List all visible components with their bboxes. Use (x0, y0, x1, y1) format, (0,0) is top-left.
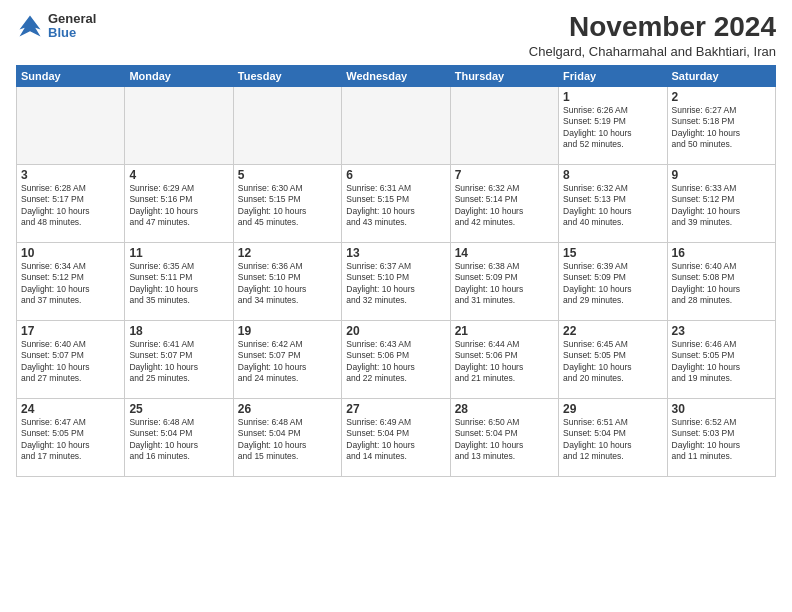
calendar-day-16: 16Sunrise: 6:40 AM Sunset: 5:08 PM Dayli… (667, 242, 775, 320)
calendar-day-10: 10Sunrise: 6:34 AM Sunset: 5:12 PM Dayli… (17, 242, 125, 320)
day-number: 14 (455, 246, 554, 260)
day-info: Sunrise: 6:40 AM Sunset: 5:07 PM Dayligh… (21, 339, 120, 385)
calendar-day-29: 29Sunrise: 6:51 AM Sunset: 5:04 PM Dayli… (559, 398, 667, 476)
day-number: 11 (129, 246, 228, 260)
calendar-header-row: SundayMondayTuesdayWednesdayThursdayFrid… (17, 65, 776, 86)
day-info: Sunrise: 6:37 AM Sunset: 5:10 PM Dayligh… (346, 261, 445, 307)
day-number: 22 (563, 324, 662, 338)
calendar-day-2: 2Sunrise: 6:27 AM Sunset: 5:18 PM Daylig… (667, 86, 775, 164)
header: General Blue November 2024 Chelgard, Cha… (16, 12, 776, 59)
day-number: 20 (346, 324, 445, 338)
calendar-day-18: 18Sunrise: 6:41 AM Sunset: 5:07 PM Dayli… (125, 320, 233, 398)
logo-icon (16, 12, 44, 40)
day-number: 9 (672, 168, 771, 182)
day-info: Sunrise: 6:29 AM Sunset: 5:16 PM Dayligh… (129, 183, 228, 229)
day-info: Sunrise: 6:43 AM Sunset: 5:06 PM Dayligh… (346, 339, 445, 385)
day-info: Sunrise: 6:46 AM Sunset: 5:05 PM Dayligh… (672, 339, 771, 385)
calendar-header-monday: Monday (125, 65, 233, 86)
day-info: Sunrise: 6:40 AM Sunset: 5:08 PM Dayligh… (672, 261, 771, 307)
day-number: 19 (238, 324, 337, 338)
subtitle: Chelgard, Chaharmahal and Bakhtiari, Ira… (529, 44, 776, 59)
day-info: Sunrise: 6:48 AM Sunset: 5:04 PM Dayligh… (129, 417, 228, 463)
calendar-day-21: 21Sunrise: 6:44 AM Sunset: 5:06 PM Dayli… (450, 320, 558, 398)
day-info: Sunrise: 6:39 AM Sunset: 5:09 PM Dayligh… (563, 261, 662, 307)
calendar-empty-cell (233, 86, 341, 164)
day-info: Sunrise: 6:35 AM Sunset: 5:11 PM Dayligh… (129, 261, 228, 307)
day-number: 30 (672, 402, 771, 416)
calendar-table: SundayMondayTuesdayWednesdayThursdayFrid… (16, 65, 776, 477)
logo-general-text: General (48, 12, 96, 26)
day-number: 10 (21, 246, 120, 260)
calendar-day-12: 12Sunrise: 6:36 AM Sunset: 5:10 PM Dayli… (233, 242, 341, 320)
day-number: 8 (563, 168, 662, 182)
day-info: Sunrise: 6:49 AM Sunset: 5:04 PM Dayligh… (346, 417, 445, 463)
day-info: Sunrise: 6:34 AM Sunset: 5:12 PM Dayligh… (21, 261, 120, 307)
day-number: 12 (238, 246, 337, 260)
day-info: Sunrise: 6:28 AM Sunset: 5:17 PM Dayligh… (21, 183, 120, 229)
day-info: Sunrise: 6:32 AM Sunset: 5:13 PM Dayligh… (563, 183, 662, 229)
calendar-week-row: 1Sunrise: 6:26 AM Sunset: 5:19 PM Daylig… (17, 86, 776, 164)
calendar-day-27: 27Sunrise: 6:49 AM Sunset: 5:04 PM Dayli… (342, 398, 450, 476)
calendar-week-row: 10Sunrise: 6:34 AM Sunset: 5:12 PM Dayli… (17, 242, 776, 320)
day-number: 13 (346, 246, 445, 260)
calendar-header-wednesday: Wednesday (342, 65, 450, 86)
day-info: Sunrise: 6:45 AM Sunset: 5:05 PM Dayligh… (563, 339, 662, 385)
day-info: Sunrise: 6:41 AM Sunset: 5:07 PM Dayligh… (129, 339, 228, 385)
day-info: Sunrise: 6:30 AM Sunset: 5:15 PM Dayligh… (238, 183, 337, 229)
calendar-day-9: 9Sunrise: 6:33 AM Sunset: 5:12 PM Daylig… (667, 164, 775, 242)
calendar-day-11: 11Sunrise: 6:35 AM Sunset: 5:11 PM Dayli… (125, 242, 233, 320)
day-number: 2 (672, 90, 771, 104)
calendar-empty-cell (17, 86, 125, 164)
day-info: Sunrise: 6:31 AM Sunset: 5:15 PM Dayligh… (346, 183, 445, 229)
calendar-day-3: 3Sunrise: 6:28 AM Sunset: 5:17 PM Daylig… (17, 164, 125, 242)
day-info: Sunrise: 6:42 AM Sunset: 5:07 PM Dayligh… (238, 339, 337, 385)
day-number: 24 (21, 402, 120, 416)
calendar-empty-cell (342, 86, 450, 164)
calendar-empty-cell (450, 86, 558, 164)
calendar-day-5: 5Sunrise: 6:30 AM Sunset: 5:15 PM Daylig… (233, 164, 341, 242)
day-info: Sunrise: 6:44 AM Sunset: 5:06 PM Dayligh… (455, 339, 554, 385)
calendar-day-19: 19Sunrise: 6:42 AM Sunset: 5:07 PM Dayli… (233, 320, 341, 398)
calendar-day-1: 1Sunrise: 6:26 AM Sunset: 5:19 PM Daylig… (559, 86, 667, 164)
calendar-header-thursday: Thursday (450, 65, 558, 86)
day-info: Sunrise: 6:32 AM Sunset: 5:14 PM Dayligh… (455, 183, 554, 229)
day-number: 7 (455, 168, 554, 182)
day-info: Sunrise: 6:27 AM Sunset: 5:18 PM Dayligh… (672, 105, 771, 151)
day-info: Sunrise: 6:33 AM Sunset: 5:12 PM Dayligh… (672, 183, 771, 229)
calendar-day-17: 17Sunrise: 6:40 AM Sunset: 5:07 PM Dayli… (17, 320, 125, 398)
day-info: Sunrise: 6:36 AM Sunset: 5:10 PM Dayligh… (238, 261, 337, 307)
calendar-day-13: 13Sunrise: 6:37 AM Sunset: 5:10 PM Dayli… (342, 242, 450, 320)
calendar-day-20: 20Sunrise: 6:43 AM Sunset: 5:06 PM Dayli… (342, 320, 450, 398)
day-info: Sunrise: 6:52 AM Sunset: 5:03 PM Dayligh… (672, 417, 771, 463)
calendar-day-26: 26Sunrise: 6:48 AM Sunset: 5:04 PM Dayli… (233, 398, 341, 476)
logo-blue-text: Blue (48, 26, 96, 40)
day-number: 26 (238, 402, 337, 416)
calendar-day-22: 22Sunrise: 6:45 AM Sunset: 5:05 PM Dayli… (559, 320, 667, 398)
calendar-header-sunday: Sunday (17, 65, 125, 86)
day-info: Sunrise: 6:50 AM Sunset: 5:04 PM Dayligh… (455, 417, 554, 463)
calendar-empty-cell (125, 86, 233, 164)
day-number: 16 (672, 246, 771, 260)
calendar-header-tuesday: Tuesday (233, 65, 341, 86)
day-number: 18 (129, 324, 228, 338)
day-number: 17 (21, 324, 120, 338)
calendar-header-friday: Friday (559, 65, 667, 86)
calendar-day-25: 25Sunrise: 6:48 AM Sunset: 5:04 PM Dayli… (125, 398, 233, 476)
calendar-day-6: 6Sunrise: 6:31 AM Sunset: 5:15 PM Daylig… (342, 164, 450, 242)
day-number: 23 (672, 324, 771, 338)
calendar-day-15: 15Sunrise: 6:39 AM Sunset: 5:09 PM Dayli… (559, 242, 667, 320)
calendar-week-row: 3Sunrise: 6:28 AM Sunset: 5:17 PM Daylig… (17, 164, 776, 242)
logo: General Blue (16, 12, 96, 41)
day-number: 21 (455, 324, 554, 338)
calendar-day-24: 24Sunrise: 6:47 AM Sunset: 5:05 PM Dayli… (17, 398, 125, 476)
day-number: 5 (238, 168, 337, 182)
calendar-day-7: 7Sunrise: 6:32 AM Sunset: 5:14 PM Daylig… (450, 164, 558, 242)
calendar-day-30: 30Sunrise: 6:52 AM Sunset: 5:03 PM Dayli… (667, 398, 775, 476)
day-info: Sunrise: 6:51 AM Sunset: 5:04 PM Dayligh… (563, 417, 662, 463)
calendar-week-row: 17Sunrise: 6:40 AM Sunset: 5:07 PM Dayli… (17, 320, 776, 398)
day-number: 3 (21, 168, 120, 182)
calendar-week-row: 24Sunrise: 6:47 AM Sunset: 5:05 PM Dayli… (17, 398, 776, 476)
day-info: Sunrise: 6:38 AM Sunset: 5:09 PM Dayligh… (455, 261, 554, 307)
calendar-day-4: 4Sunrise: 6:29 AM Sunset: 5:16 PM Daylig… (125, 164, 233, 242)
day-info: Sunrise: 6:48 AM Sunset: 5:04 PM Dayligh… (238, 417, 337, 463)
